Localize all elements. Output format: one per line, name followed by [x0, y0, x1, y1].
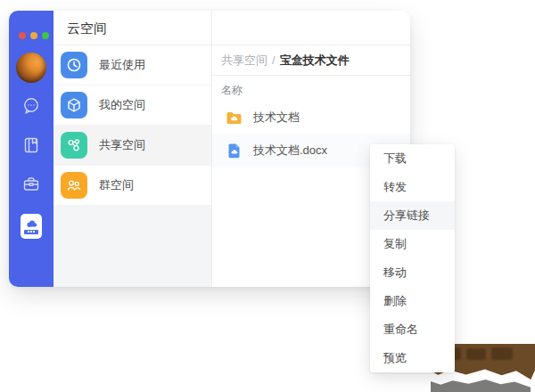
avatar[interactable]	[16, 53, 46, 83]
sidebar-item-label: 群空间	[99, 177, 134, 193]
chat-icon[interactable]	[21, 96, 41, 116]
menu-item-delete[interactable]: 删除	[370, 287, 455, 315]
app-title: 云空间	[54, 11, 211, 45]
menu-item-preview[interactable]: 预览	[370, 344, 455, 372]
file-name: 技术文档	[253, 110, 300, 126]
cloud-app-wordmark	[24, 230, 38, 234]
menu-item-download[interactable]: 下载	[370, 144, 455, 173]
screenshot-stage: 云空间 最近使用 我的空间	[0, 0, 535, 392]
contacts-icon[interactable]	[21, 135, 41, 155]
cloud-app-icon[interactable]	[21, 214, 42, 239]
traffic-lights	[19, 32, 49, 39]
share-icon	[61, 132, 87, 159]
menu-item-forward[interactable]: 转发	[370, 173, 455, 201]
menu-item-rename[interactable]: 重命名	[370, 315, 455, 344]
content-topbar	[212, 11, 410, 45]
sidebar-item-shared-space[interactable]: 共享空间	[54, 126, 211, 166]
menu-item-copy[interactable]: 复制	[370, 230, 455, 258]
cube-icon	[61, 92, 87, 118]
context-menu: 下载 转发 分享链接 复制 移动 删除 重命名 预览	[370, 144, 455, 372]
breadcrumb-current: 宝盒技术文件	[280, 53, 350, 69]
docx-file-icon	[226, 143, 243, 159]
photo-fragment-gray	[431, 372, 531, 392]
close-window-button[interactable]	[19, 32, 26, 39]
file-name: 技术文档.docx	[253, 143, 327, 159]
breadcrumb: 共享空间 / 宝盒技术文件	[212, 45, 410, 76]
breadcrumb-root[interactable]: 共享空间	[221, 53, 268, 69]
group-icon	[61, 172, 87, 199]
minimize-window-button[interactable]	[30, 32, 37, 39]
app-rail	[9, 11, 54, 287]
folder-icon	[226, 110, 243, 127]
column-header-name[interactable]: 名称	[212, 76, 410, 102]
breadcrumb-separator: /	[272, 53, 276, 67]
menu-item-move[interactable]: 移动	[370, 258, 455, 287]
sidebar-item-group-space[interactable]: 群空间	[54, 166, 211, 206]
sidebar: 云空间 最近使用 我的空间	[54, 11, 211, 287]
sidebar-item-my-space[interactable]: 我的空间	[54, 86, 211, 126]
cloud-space-window: 云空间 最近使用 我的空间	[9, 11, 410, 287]
sidebar-item-recent[interactable]: 最近使用	[54, 45, 211, 86]
sidebar-item-label: 我的空间	[99, 97, 145, 113]
clock-icon	[61, 52, 87, 78]
sidebar-item-label: 共享空间	[99, 137, 145, 153]
briefcase-icon[interactable]	[21, 175, 41, 194]
file-row-folder[interactable]: 技术文档	[212, 102, 410, 134]
sidebar-item-label: 最近使用	[99, 57, 145, 73]
menu-item-share-link[interactable]: 分享链接	[370, 201, 455, 230]
zoom-window-button[interactable]	[42, 32, 49, 39]
